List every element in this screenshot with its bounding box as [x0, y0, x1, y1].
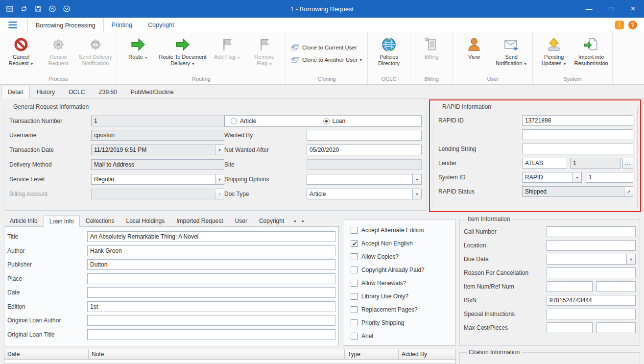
- column-header-added-by[interactable]: Added By: [399, 349, 455, 359]
- ellipsis-button[interactable]: …: [622, 158, 633, 169]
- clone-to-current-user-button[interactable]: Clone to Current User: [291, 44, 357, 52]
- maximize-button[interactable]: □: [600, 0, 622, 18]
- ribbon-tab-printing[interactable]: Printing: [104, 18, 140, 32]
- shipping-options-field[interactable]: [307, 174, 413, 185]
- subtab-loan-info[interactable]: Loan Info: [44, 216, 80, 227]
- max-cost-pieces-field[interactable]: [547, 322, 593, 333]
- clone-to-another-user-button[interactable]: Clone to Another User▼: [291, 56, 362, 64]
- dropdown-button[interactable]: ▼: [413, 189, 422, 199]
- tab-oclc[interactable]: OCLC: [62, 86, 92, 98]
- special-instructions-field[interactable]: [547, 309, 636, 319]
- column-header-date[interactable]: Date: [4, 349, 89, 359]
- route-button[interactable]: Route▼: [119, 35, 157, 62]
- help-icon[interactable]: ?: [628, 21, 637, 29]
- hamburger-menu-icon[interactable]: [0, 18, 25, 32]
- checkbox-accept-alternate-edition[interactable]: [351, 227, 358, 234]
- dropdown-button[interactable]: ▼: [627, 254, 636, 265]
- subtab-copyright[interactable]: Copyright: [253, 215, 290, 227]
- wanted-by-field[interactable]: [307, 130, 422, 141]
- transaction-number-field[interactable]: [91, 116, 224, 126]
- item-num-ref-num-field-2[interactable]: [596, 281, 636, 292]
- max-cost-pieces-field-2[interactable]: [596, 322, 636, 333]
- dropdown-button[interactable]: ▼: [413, 174, 422, 185]
- ribbon-button-label: Billing: [424, 54, 438, 60]
- tab-scroll-left-icon[interactable]: ◄: [290, 217, 298, 225]
- radio-loan[interactable]: Loan: [323, 118, 416, 124]
- checkbox-accept-non-english[interactable]: [351, 240, 358, 247]
- ribbon-tab-borrowing-processing[interactable]: Borrowing Processing: [27, 18, 104, 32]
- circle-down-button[interactable]: [61, 2, 72, 15]
- location-field[interactable]: [547, 240, 636, 251]
- open-button[interactable]: ↗: [624, 186, 633, 197]
- checkbox-library-use-only[interactable]: [351, 293, 358, 300]
- subtab-local-holdings[interactable]: Local Holdings: [120, 215, 170, 227]
- grid-button[interactable]: [4, 2, 16, 15]
- checkbox-copyright-already-paid[interactable]: [351, 267, 358, 273]
- dropdown-button[interactable]: ▼: [215, 174, 224, 185]
- subtab-user[interactable]: User: [229, 215, 253, 227]
- subtab-article-info[interactable]: Article Info: [4, 215, 44, 227]
- tab-pubmed-docline[interactable]: PubMed/Docline: [124, 86, 181, 98]
- dropdown-button[interactable]: ▼: [215, 145, 224, 155]
- system-id-field-2[interactable]: [586, 172, 633, 183]
- lending-string-field[interactable]: [522, 144, 633, 154]
- tab-z39-50[interactable]: Z39.50: [92, 86, 123, 98]
- radio-article[interactable]: Article: [231, 118, 323, 124]
- subtab-collections[interactable]: Collections: [80, 215, 120, 227]
- title-field[interactable]: [87, 231, 335, 242]
- field-label: Item Num/Ref Num: [464, 283, 547, 290]
- checkbox-priority-shipping[interactable]: [351, 319, 358, 326]
- original-loan-title-field[interactable]: [87, 329, 335, 340]
- group-title: General Request Information: [11, 103, 91, 110]
- date-field[interactable]: [87, 287, 335, 298]
- system-id-field[interactable]: [522, 172, 573, 183]
- original-loan-author-field[interactable]: [87, 315, 335, 326]
- checkbox-ariel[interactable]: [351, 333, 358, 340]
- column-header-type[interactable]: Type: [345, 349, 399, 359]
- checkbox-replacement-pages[interactable]: [351, 306, 358, 313]
- tab-scroll-right-icon[interactable]: ►: [299, 217, 307, 225]
- view-button[interactable]: View: [455, 35, 493, 62]
- cancel-request-button[interactable]: Cancel Request▼: [2, 35, 40, 69]
- save-button[interactable]: [32, 2, 44, 15]
- place-field[interactable]: [87, 273, 335, 284]
- send-notification-button[interactable]: Send Notification▼: [493, 35, 530, 69]
- lender-field[interactable]: [522, 158, 567, 169]
- author-field[interactable]: [87, 245, 335, 256]
- edition-field[interactable]: [87, 301, 335, 312]
- tab-detail[interactable]: Detail: [1, 86, 30, 98]
- checkbox-allow-renewals[interactable]: [351, 280, 358, 287]
- route-to-document-delivery-button[interactable]: Route To Document Delivery▼: [157, 35, 209, 69]
- dropdown-button[interactable]: ▼: [573, 172, 582, 183]
- isxn-field[interactable]: [547, 295, 636, 306]
- username-field[interactable]: [91, 130, 224, 141]
- import-into-resubmission-button[interactable]: Import into Resubmission: [572, 35, 610, 68]
- close-button[interactable]: ×: [622, 0, 644, 18]
- subtab-imported-request[interactable]: Imported Request: [170, 215, 229, 227]
- rapid-field[interactable]: [522, 129, 633, 140]
- item-num-ref-num-field[interactable]: [547, 281, 593, 292]
- publisher-field[interactable]: [87, 259, 335, 270]
- not-wanted-after-field[interactable]: [307, 145, 422, 155]
- rapid-status-field[interactable]: [522, 186, 624, 197]
- circle-up-button[interactable]: [47, 2, 58, 15]
- lender-field-2[interactable]: [570, 158, 620, 169]
- minimize-button[interactable]: —: [578, 0, 600, 18]
- column-header-note[interactable]: Note: [89, 349, 345, 359]
- rapid-id-field[interactable]: [522, 115, 633, 126]
- reason-for-cancellation-field[interactable]: [547, 267, 636, 278]
- policies-directory-button[interactable]: Policies Directory: [370, 35, 407, 68]
- ribbon-tab-copyright[interactable]: Copyright: [140, 18, 182, 32]
- feedback-icon[interactable]: !: [615, 21, 624, 29]
- tab-history[interactable]: History: [30, 86, 62, 98]
- checkbox-allow-copies[interactable]: [351, 253, 358, 260]
- doc-type-field[interactable]: [307, 189, 413, 199]
- pending-updates-button[interactable]: Pending Updates▼: [535, 35, 572, 69]
- field-label: Max Cost/Pieces: [464, 324, 547, 331]
- delivery-method-field[interactable]: [91, 159, 224, 170]
- service-level-field[interactable]: [91, 174, 215, 185]
- call-number-field[interactable]: [547, 226, 636, 237]
- transaction-date-field[interactable]: [91, 145, 215, 155]
- due-date-field[interactable]: [547, 254, 627, 265]
- refresh-button[interactable]: [18, 2, 30, 15]
